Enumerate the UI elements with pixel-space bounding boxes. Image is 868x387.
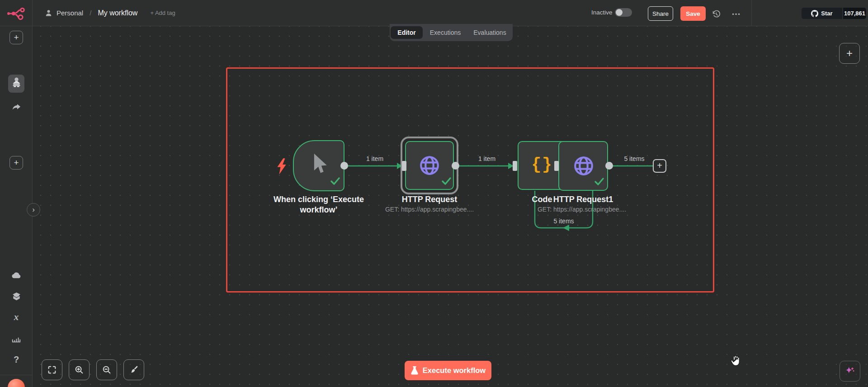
input-port-code[interactable] (513, 161, 517, 171)
output-port-trigger[interactable] (340, 162, 348, 170)
add-tag-button[interactable]: + Add tag (150, 9, 175, 16)
view-tabs: Editor Executions Evaluations (390, 24, 513, 41)
share-arrow-icon (11, 102, 22, 113)
user-avatar[interactable] (8, 379, 25, 387)
n8n-logo-icon (6, 6, 26, 20)
hand-cursor (729, 354, 742, 369)
github-icon (811, 10, 818, 17)
success-check-trigger (330, 177, 340, 187)
sidebar-divider (0, 375, 32, 375)
broom-icon (129, 365, 139, 375)
code-braces-icon: {} (526, 154, 558, 175)
tab-executions[interactable]: Executions (425, 26, 466, 39)
sidebar-item-personal[interactable] (0, 77, 33, 86)
tidy-up-button[interactable] (123, 359, 144, 380)
output-port-http-request[interactable] (452, 162, 459, 170)
github-star-label: Star (821, 10, 832, 17)
output-port-http-request1[interactable] (605, 162, 613, 170)
connection-items-label: 1 item (359, 155, 391, 162)
globe-icon (572, 154, 595, 178)
connection-items-label: 5 items (618, 155, 650, 162)
person-icon (12, 77, 21, 86)
toggle-knob (616, 9, 623, 16)
sidebar-item-shared[interactable] (0, 102, 33, 113)
sidebar-item-insights[interactable] (0, 334, 33, 344)
sidebar-item-templates[interactable] (0, 291, 33, 302)
node-label-http-request: HTTP Request (380, 194, 479, 205)
open-nodes-panel-button[interactable]: + (839, 43, 860, 64)
connection-items-label: 1 item (471, 155, 503, 162)
more-options-icon[interactable]: ••• (729, 9, 744, 19)
zoom-in-button[interactable] (69, 359, 90, 380)
lightning-bolt-icon[interactable] (277, 158, 287, 176)
input-port-http-request[interactable] (402, 161, 406, 171)
success-check-http-request1 (594, 178, 604, 187)
node-label-trigger: When clicking ‘Execute workflow’ (264, 194, 373, 215)
execute-workflow-label: Execute workflow (423, 366, 486, 375)
globe-icon (418, 154, 441, 177)
tab-evaluations[interactable]: Evaluations (468, 26, 511, 39)
zoom-in-icon (74, 365, 84, 375)
github-star-count[interactable]: 107,861 (843, 8, 866, 19)
share-button[interactable]: Share (648, 6, 673, 21)
add-next-node-button[interactable]: + (653, 159, 666, 173)
fit-view-icon (47, 365, 57, 375)
breadcrumb: Personal / My workflow + Add tag (45, 0, 175, 26)
add-workflow-button[interactable]: + (9, 31, 23, 44)
sidebar-collapse-toggle[interactable]: › (27, 203, 40, 217)
mouse-pointer-icon (307, 150, 332, 179)
zoom-out-icon (102, 365, 112, 375)
templates-box-icon (11, 291, 22, 302)
project-owner[interactable]: Personal (57, 9, 83, 17)
save-button[interactable]: Save (680, 6, 706, 21)
cloud-icon (11, 269, 22, 281)
node-label-http-request1: HTTP Request1 (533, 194, 633, 205)
workflow-title[interactable]: My workflow (98, 9, 137, 17)
sparkle-icon (844, 365, 856, 377)
header-divider (751, 0, 752, 26)
ai-assistant-button[interactable] (840, 361, 860, 382)
tab-editor[interactable]: Editor (391, 26, 422, 39)
zoom-to-fit-button[interactable] (42, 359, 62, 380)
add-project-button[interactable]: + (9, 156, 23, 170)
workflow-history-icon[interactable] (711, 9, 722, 19)
input-port-http-request1[interactable] (554, 161, 559, 171)
flask-icon (410, 366, 419, 375)
top-navigation-bar: Personal / My workflow + Add tag Inactiv… (0, 0, 868, 26)
person-icon (45, 9, 52, 16)
logo-cell[interactable] (0, 0, 33, 26)
zoom-out-button[interactable] (96, 359, 117, 380)
success-check-http-request (442, 177, 451, 187)
node-subtitle-http-request: GET: https://app.scrapingbee.... (366, 206, 493, 213)
connection-items-label-loop: 5 items (546, 217, 582, 225)
activation-status-label: Inactive (591, 9, 613, 16)
node-subtitle-http-request1: GET: https://app.scrapingbee.... (519, 206, 645, 213)
bar-chart-icon (11, 334, 21, 344)
breadcrumb-separator: / (88, 9, 93, 17)
help-icon[interactable]: ? (0, 354, 33, 365)
sidebar-item-cloud-admin[interactable] (0, 269, 33, 281)
github-star-button[interactable]: Star (802, 8, 842, 19)
execute-workflow-button[interactable]: Execute workflow (405, 361, 491, 380)
activation-toggle[interactable] (615, 8, 632, 17)
sidebar-item-variables[interactable]: x (0, 311, 33, 323)
